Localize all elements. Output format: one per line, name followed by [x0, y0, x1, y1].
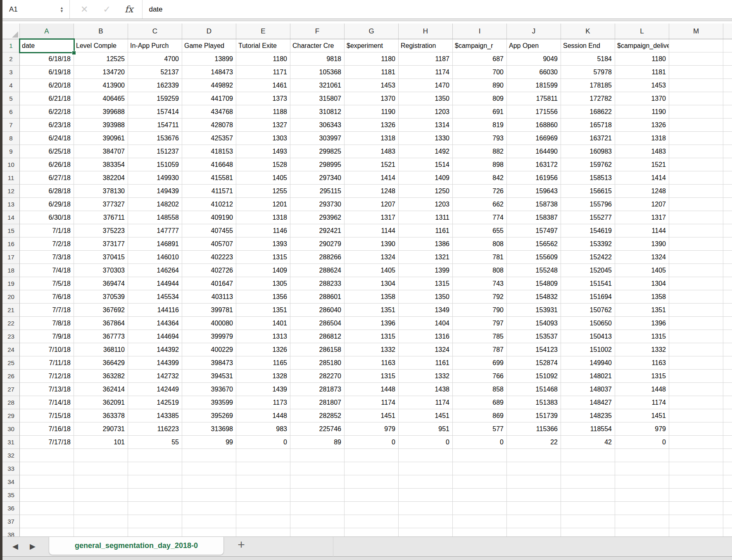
cell-B35[interactable]	[74, 489, 128, 502]
cell-C16[interactable]: 146891	[128, 237, 182, 251]
cell-D37[interactable]	[182, 515, 236, 528]
cell-I23[interactable]: 785	[453, 330, 507, 343]
cell-J4[interactable]: 181599	[507, 79, 561, 92]
cell-E33[interactable]	[236, 462, 290, 475]
cell-F22[interactable]: 286504	[290, 317, 345, 330]
row-header-25[interactable]: 25	[2, 356, 20, 370]
cell-A34[interactable]	[20, 475, 74, 489]
cell-M23[interactable]	[669, 330, 723, 343]
cell-F20[interactable]: 288601	[290, 290, 345, 304]
cell-M4[interactable]	[669, 79, 723, 92]
row-header-38[interactable]: 38	[2, 528, 20, 536]
cell-M22[interactable]	[669, 317, 723, 330]
cell-D38[interactable]	[182, 528, 236, 536]
cell-D1[interactable]: Game Played	[182, 39, 236, 52]
next-sheet-icon[interactable]: ▶	[30, 542, 36, 551]
cell-L13[interactable]: 1207	[615, 198, 669, 211]
row-header-33[interactable]: 33	[2, 462, 20, 475]
cell-partial-21[interactable]	[723, 304, 732, 317]
cell-A25[interactable]: 7/11/18	[20, 356, 74, 370]
cell-partial-36[interactable]	[723, 502, 732, 515]
cell-I28[interactable]: 689	[453, 396, 507, 409]
cell-A35[interactable]	[20, 489, 74, 502]
cell-L16[interactable]: 1390	[615, 237, 669, 251]
cell-I35[interactable]	[453, 489, 507, 502]
cell-C32[interactable]	[128, 449, 182, 462]
cell-C17[interactable]: 146010	[128, 251, 182, 264]
row-header-5[interactable]: 5	[2, 92, 20, 105]
cell-F4[interactable]: 321061	[290, 79, 345, 92]
cell-partial-2[interactable]	[723, 52, 732, 66]
cell-K4[interactable]: 178185	[561, 79, 615, 92]
cell-K24[interactable]: 151002	[561, 343, 615, 356]
cell-L22[interactable]: 1396	[615, 317, 669, 330]
cell-E9[interactable]: 1493	[236, 145, 290, 158]
cell-J30[interactable]: 115366	[507, 422, 561, 436]
cell-F7[interactable]: 306343	[290, 119, 345, 132]
cell-B19[interactable]: 369474	[74, 277, 128, 290]
cell-F34[interactable]	[290, 475, 345, 489]
cell-J6[interactable]: 171556	[507, 105, 561, 119]
cell-B2[interactable]: 12525	[74, 52, 128, 66]
cell-I36[interactable]	[453, 502, 507, 515]
cell-H1[interactable]: Registration	[399, 39, 453, 52]
cell-F14[interactable]: 293962	[290, 211, 345, 224]
cell-K32[interactable]	[561, 449, 615, 462]
cell-partial-28[interactable]	[723, 396, 732, 409]
cell-B29[interactable]: 363378	[74, 409, 128, 422]
cell-F19[interactable]: 288233	[290, 277, 345, 290]
cell-J3[interactable]: 66030	[507, 66, 561, 79]
cell-M13[interactable]	[669, 198, 723, 211]
cell-L19[interactable]: 1304	[615, 277, 669, 290]
cell-G34[interactable]	[345, 475, 399, 489]
cell-partial-25[interactable]	[723, 356, 732, 370]
cell-D34[interactable]	[182, 475, 236, 489]
cell-L8[interactable]: 1318	[615, 132, 669, 145]
cell-M31[interactable]	[669, 436, 723, 449]
cell-K2[interactable]: 5184	[561, 52, 615, 66]
cell-partial-16[interactable]	[723, 237, 732, 251]
cell-name-box[interactable]: A1 ▲ ▼	[2, 0, 69, 19]
cell-G21[interactable]: 1351	[345, 304, 399, 317]
cell-I26[interactable]: 766	[453, 370, 507, 383]
cell-D27[interactable]: 393670	[182, 383, 236, 396]
cell-I15[interactable]: 655	[453, 224, 507, 237]
cell-D18[interactable]: 402726	[182, 264, 236, 277]
cell-K10[interactable]: 159762	[561, 158, 615, 171]
cell-J22[interactable]: 154093	[507, 317, 561, 330]
cell-I38[interactable]	[453, 528, 507, 536]
cell-L3[interactable]: 1181	[615, 66, 669, 79]
cell-K14[interactable]: 155277	[561, 211, 615, 224]
cell-L11[interactable]: 1414	[615, 171, 669, 185]
row-header-26[interactable]: 26	[2, 370, 20, 383]
cell-K15[interactable]: 154619	[561, 224, 615, 237]
cell-I12[interactable]: 726	[453, 185, 507, 198]
cell-J11[interactable]: 161956	[507, 171, 561, 185]
cell-F18[interactable]: 288624	[290, 264, 345, 277]
cell-E8[interactable]: 1303	[236, 132, 290, 145]
cell-F16[interactable]: 290279	[290, 237, 345, 251]
cell-L37[interactable]	[615, 515, 669, 528]
cell-G32[interactable]	[345, 449, 399, 462]
cell-B38[interactable]	[74, 528, 128, 536]
cell-F35[interactable]	[290, 489, 345, 502]
cell-K33[interactable]	[561, 462, 615, 475]
cell-A21[interactable]: 7/7/18	[20, 304, 74, 317]
cell-G16[interactable]: 1390	[345, 237, 399, 251]
cell-D30[interactable]: 313698	[182, 422, 236, 436]
cell-L17[interactable]: 1324	[615, 251, 669, 264]
cell-K9[interactable]: 160983	[561, 145, 615, 158]
cell-D33[interactable]	[182, 462, 236, 475]
cancel-icon[interactable]: ✕	[70, 4, 95, 15]
cell-M24[interactable]	[669, 343, 723, 356]
cell-H18[interactable]: 1399	[399, 264, 453, 277]
cell-C5[interactable]: 159259	[128, 92, 182, 105]
cell-I14[interactable]: 774	[453, 211, 507, 224]
cell-J12[interactable]: 159643	[507, 185, 561, 198]
cell-A31[interactable]: 7/17/18	[20, 436, 74, 449]
cell-D29[interactable]: 395269	[182, 409, 236, 422]
cell-L23[interactable]: 1315	[615, 330, 669, 343]
cell-J31[interactable]: 22	[507, 436, 561, 449]
cell-I29[interactable]: 869	[453, 409, 507, 422]
cell-M7[interactable]	[669, 119, 723, 132]
